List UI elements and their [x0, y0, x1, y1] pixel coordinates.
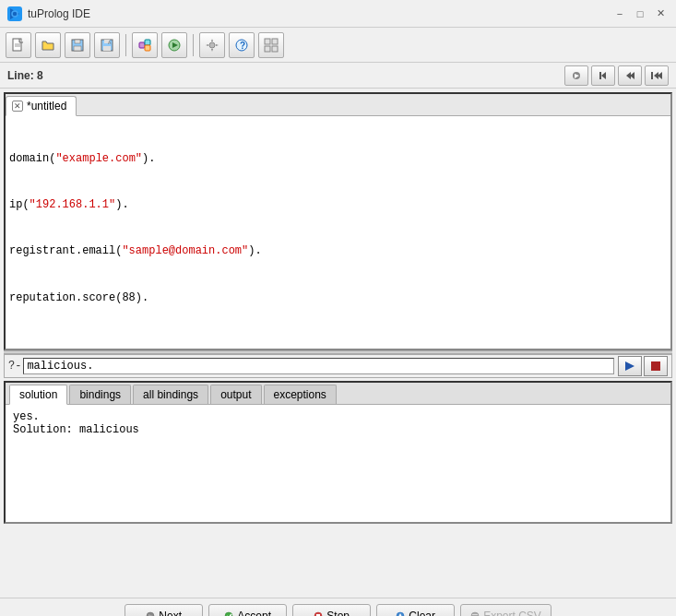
svg-rect-22 — [265, 46, 270, 52]
svg-point-17 — [209, 42, 215, 48]
code-line: domain("example.com"). — [9, 151, 667, 167]
stop-icon — [314, 611, 323, 617]
line-indicator: Line: 8 — [7, 69, 43, 82]
export-csv-button[interactable]: Export CSV — [460, 604, 551, 617]
svg-rect-14 — [145, 45, 150, 51]
svg-marker-33 — [625, 361, 634, 371]
title-text: tuProlog IDE — [28, 7, 90, 20]
svg-rect-34 — [651, 361, 660, 371]
help-button[interactable]: ? — [229, 32, 255, 58]
results-content: yes. Solution: malicious — [6, 405, 670, 522]
svg-rect-7 — [74, 46, 81, 51]
save-button[interactable] — [65, 32, 90, 58]
bottom-bar: Next Accept Stop Clear Export CSV — [0, 598, 676, 616]
open-button[interactable] — [35, 32, 61, 58]
query-stop-button[interactable] — [644, 356, 668, 376]
query-input[interactable] — [23, 358, 614, 374]
result-line-2: Solution: malicious — [13, 423, 663, 436]
accept-button[interactable]: Accept — [208, 604, 287, 617]
stop-button[interactable]: Stop — [292, 604, 371, 617]
tab-close-button[interactable]: ✕ — [12, 101, 23, 112]
results-panel: solution bindings all bindings output ex… — [4, 381, 672, 524]
debug-btn-2[interactable] — [591, 65, 615, 86]
svg-rect-23 — [272, 46, 278, 52]
results-tabs: solution bindings all bindings output ex… — [6, 383, 670, 405]
structure-button[interactable] — [258, 32, 284, 58]
tab-exceptions[interactable]: exceptions — [264, 385, 337, 404]
debug-btn-1[interactable] — [564, 65, 588, 86]
query-buttons — [618, 356, 668, 376]
run-button[interactable] — [161, 32, 187, 58]
svg-text:?: ? — [240, 41, 245, 51]
tab-bar: ✕ *untitled — [6, 94, 670, 116]
svg-rect-21 — [272, 39, 278, 44]
next-icon — [146, 611, 155, 617]
title-left: tuProlog IDE — [7, 6, 90, 21]
next-button[interactable]: Next — [125, 604, 203, 617]
code-line: registrant.email("sample@domain.com"). — [9, 243, 667, 259]
main-area: ✕ *untitled domain("example.com"). ip("1… — [0, 89, 676, 598]
tab-label: *untitled — [27, 100, 66, 113]
app-icon — [7, 6, 22, 21]
svg-rect-6 — [75, 40, 80, 43]
maximize-button[interactable]: □ — [632, 6, 648, 22]
minimize-button[interactable]: − — [611, 6, 628, 22]
debug-btn-4[interactable] — [645, 65, 669, 86]
editor-panel: ✕ *untitled domain("example.com"). ip("1… — [4, 92, 672, 350]
svg-rect-32 — [651, 72, 653, 79]
tab-output[interactable]: output — [210, 385, 261, 404]
debug-btn-3[interactable] — [618, 65, 642, 86]
svg-marker-26 — [601, 72, 606, 79]
tab-solution[interactable]: solution — [9, 385, 67, 405]
code-editor[interactable]: domain("example.com"). ip("192.168.1.1")… — [6, 116, 670, 349]
clear-button[interactable]: Clear — [376, 604, 455, 617]
svg-rect-27 — [599, 72, 601, 79]
toolbar-separator-2 — [193, 34, 194, 56]
toolbar-separator-1 — [125, 34, 126, 56]
plugins-button[interactable] — [132, 32, 158, 58]
tab-all-bindings[interactable]: all bindings — [133, 385, 208, 404]
svg-rect-10 — [103, 46, 111, 51]
saveas-button[interactable]: A — [94, 32, 120, 58]
query-submit-button[interactable] — [618, 356, 642, 376]
line-bar: Line: 8 — [0, 63, 676, 89]
result-line-1: yes. — [13, 410, 663, 423]
clear-icon — [396, 611, 405, 617]
close-button[interactable]: ✕ — [652, 6, 669, 22]
query-label: ?- — [8, 360, 21, 373]
title-controls: − □ ✕ — [611, 6, 669, 22]
query-row: ?- — [4, 354, 672, 378]
svg-rect-43 — [472, 614, 478, 615]
config-button[interactable] — [199, 32, 225, 58]
toolbar: A ? — [0, 28, 676, 63]
editor-tab[interactable]: ✕ *untitled — [6, 96, 77, 116]
new-button[interactable] — [6, 32, 31, 58]
svg-rect-12 — [139, 42, 145, 48]
tab-bindings[interactable]: bindings — [69, 385, 131, 404]
code-line — [9, 337, 667, 349]
code-line: ip("192.168.1.1"). — [9, 197, 667, 213]
svg-rect-13 — [145, 40, 150, 45]
title-bar: tuProlog IDE − □ ✕ — [0, 0, 676, 28]
line-bar-buttons — [564, 65, 669, 86]
export-csv-icon — [470, 611, 480, 617]
code-line: reputation.score(88). — [9, 290, 667, 306]
svg-rect-20 — [265, 39, 270, 44]
accept-icon — [224, 611, 233, 617]
